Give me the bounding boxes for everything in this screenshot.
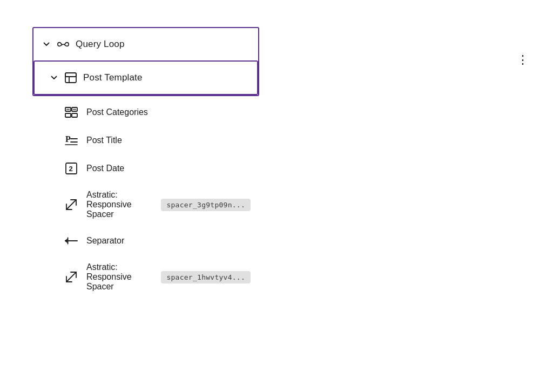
- astratic-spacer-1-label: Astratic: Responsive Spacer: [86, 190, 152, 219]
- post-title-label: Post Title: [86, 136, 251, 145]
- query-loop-icon: [57, 38, 69, 50]
- query-loop-chevron-icon[interactable]: [42, 40, 51, 49]
- svg-rect-7: [72, 113, 77, 117]
- list-item[interactable]: Astratic: Responsive Spacer spacer_1hwvt…: [32, 255, 259, 299]
- post-template-row[interactable]: Post Template: [35, 62, 257, 94]
- post-template-label: Post Template: [83, 72, 143, 83]
- separator-label: Separator: [86, 236, 251, 246]
- astratic-spacer-1-badge: spacer_3g9tp09n...: [161, 199, 251, 211]
- list-item[interactable]: Separator: [32, 227, 259, 255]
- three-dot-menu-button[interactable]: ⋮: [514, 51, 531, 69]
- query-loop-row[interactable]: Query Loop: [33, 28, 258, 60]
- post-categories-label: Post Categories: [86, 107, 251, 117]
- post-date-icon: 2: [65, 162, 78, 175]
- svg-rect-0: [65, 73, 76, 83]
- separator-icon: [65, 234, 78, 247]
- svg-line-16: [66, 200, 76, 209]
- list-item[interactable]: 2 Post Date: [32, 154, 259, 183]
- responsive-spacer-icon: [65, 198, 78, 211]
- list-item[interactable]: Post Categories: [32, 98, 259, 126]
- query-loop-label: Query Loop: [76, 39, 125, 50]
- svg-rect-6: [65, 113, 71, 117]
- query-loop-block[interactable]: Query Loop Po: [32, 27, 259, 96]
- post-template-block[interactable]: Post Template: [33, 60, 258, 95]
- astratic-spacer-2-label: Astratic: Responsive Spacer: [86, 262, 152, 292]
- post-date-label: Post Date: [86, 164, 251, 173]
- post-categories-icon: [65, 106, 78, 119]
- svg-text:2: 2: [69, 165, 73, 173]
- svg-text:P: P: [65, 134, 71, 144]
- svg-line-21: [66, 272, 76, 282]
- astratic-spacer-2-badge: spacer_1hwvtyv4...: [161, 271, 251, 283]
- three-dot-menu-icon: ⋮: [517, 54, 529, 66]
- block-list: Query Loop Po: [32, 27, 259, 299]
- post-template-chevron-icon[interactable]: [50, 73, 58, 82]
- block-children-list: Post Categories P Post Title 2: [32, 98, 259, 299]
- post-template-icon: [65, 72, 77, 84]
- post-title-icon: P: [65, 134, 78, 147]
- list-item[interactable]: Astratic: Responsive Spacer spacer_3g9tp…: [32, 183, 259, 227]
- responsive-spacer-icon-2: [65, 271, 78, 283]
- list-item[interactable]: P Post Title: [32, 126, 259, 154]
- svg-rect-1: [65, 73, 76, 77]
